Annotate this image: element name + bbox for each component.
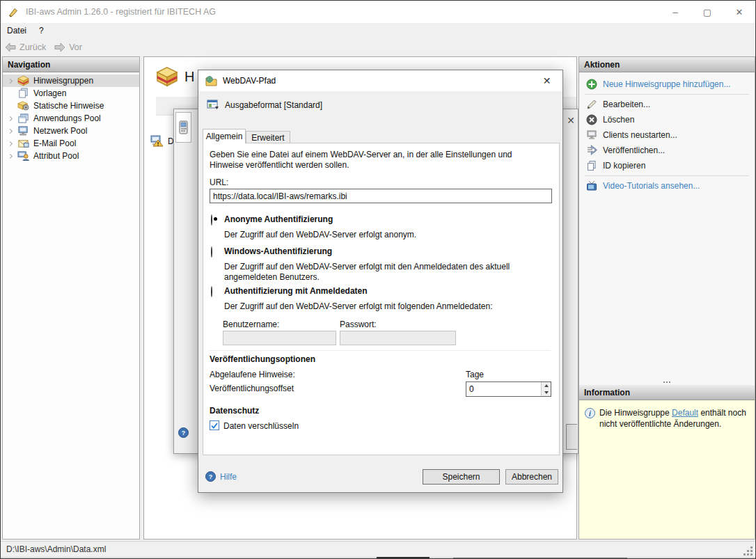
publish-offset-spinner[interactable] (466, 381, 551, 397)
nav-item-anwendungs-pool[interactable]: Anwendungs Pool (3, 112, 139, 125)
attribute-pool-icon (17, 150, 29, 162)
background-dialog-close-icon[interactable]: ✕ (567, 115, 575, 126)
encrypt-checkbox[interactable] (210, 420, 219, 430)
back-button[interactable]: Zurück (1, 41, 50, 54)
action-restart-clients[interactable]: Clients neustarten... (579, 127, 755, 143)
taskbar-edge (1, 557, 755, 558)
app-icon (8, 6, 19, 18)
divider (585, 175, 749, 176)
section-divider (210, 350, 551, 351)
dialog-title: WebDAV-Pfad (223, 76, 276, 86)
navigation-panel: Navigation Hinweisgruppen Vorlagen (2, 56, 140, 540)
dialog-subtitle: Ausgabeformat [Standard] (225, 100, 322, 110)
publish-offset-input[interactable] (466, 382, 551, 396)
minimize-button[interactable]: – (659, 1, 691, 23)
static-notes-icon (17, 100, 29, 111)
menu-help[interactable]: ? (33, 24, 50, 38)
password-input[interactable] (340, 331, 456, 345)
chevron-right-icon[interactable] (8, 141, 13, 145)
menu-bar: Datei ? (1, 23, 755, 38)
radio-windows-auth-label[interactable]: Windows-Authentifizierung (224, 246, 332, 256)
expired-notes-label: Abgelaufene Hinweise: (210, 370, 295, 379)
nav-item-vorlagen[interactable]: Vorlagen (3, 87, 139, 100)
webdav-pfad-dialog: WebDAV-Pfad ✕ Ausgabeformat [Standard] A… (198, 70, 563, 493)
help-icon: ? (205, 471, 216, 482)
chevron-right-icon[interactable] (8, 78, 13, 83)
chevron-right-icon[interactable] (8, 116, 13, 120)
output-format-icon (207, 100, 219, 110)
tv-icon (586, 180, 597, 191)
package-icon (17, 75, 29, 86)
info-icon: i (585, 408, 595, 418)
spinner-up-icon[interactable] (542, 382, 551, 389)
dialog-close-button[interactable]: ✕ (531, 70, 562, 91)
app-window: IBI-aws Admin 1.26.0 - registriert für I… (0, 0, 756, 559)
radio-credentials-auth[interactable] (211, 286, 212, 297)
chevron-right-icon[interactable] (8, 153, 13, 158)
add-icon (586, 79, 597, 90)
client-warning-icon (148, 135, 164, 147)
close-button[interactable]: ✕ (723, 1, 755, 23)
forward-button[interactable]: Vor (50, 41, 86, 54)
save-button[interactable]: Speichern (423, 469, 500, 485)
menu-datei[interactable]: Datei (1, 24, 33, 38)
username-input[interactable] (223, 331, 336, 345)
radio-windows-auth[interactable] (211, 246, 212, 258)
tab-allgemein[interactable]: Allgemein (203, 129, 246, 143)
nav-toolbar: Zurück Vor (1, 38, 755, 56)
resize-grip[interactable] (743, 546, 753, 556)
nav-item-statische-hinweise[interactable]: Statische Hinweise (3, 100, 139, 112)
group-row-default[interactable]: D (148, 135, 174, 147)
cancel-button[interactable]: Abbrechen (505, 469, 558, 485)
action-copy-id[interactable]: ID kopieren (579, 158, 755, 173)
pencil-icon (586, 99, 597, 110)
nav-item-hinweisgruppen[interactable]: Hinweisgruppen (3, 74, 139, 87)
app-pool-icon (17, 113, 29, 124)
back-arrow-icon (5, 42, 16, 52)
privacy-heading: Datenschutz (210, 406, 259, 416)
chevron-right-icon[interactable] (8, 128, 13, 133)
background-dialog-button-edge (566, 424, 577, 450)
spinner-down-icon[interactable] (542, 389, 551, 396)
nav-item-netzwerk-pool[interactable]: Netzwerk Pool (3, 125, 139, 137)
action-edit[interactable]: Bearbeiten... (579, 97, 755, 112)
action-delete[interactable]: Löschen (579, 112, 755, 127)
delete-icon (586, 114, 597, 125)
help-link[interactable]: ? Hilfe (205, 471, 237, 482)
credentials-auth-desc: Der Zugriff auf den WebDAV-Server erfolg… (224, 301, 537, 311)
maximize-button[interactable]: ▢ (691, 1, 723, 23)
status-file-path: D:\IBI-aws\Admin\Data.xml (6, 544, 106, 554)
panel-splitter[interactable] (579, 379, 755, 385)
radio-credentials-auth-label[interactable]: Authentifizierung mit Anmeldedaten (224, 286, 368, 296)
radio-anonymous-auth-label[interactable]: Anonyme Authentifizierung (224, 214, 333, 224)
templates-icon (17, 88, 29, 99)
url-input[interactable] (210, 189, 552, 203)
tab-erweitert[interactable]: Erweitert (246, 131, 290, 143)
page-title-partial: H (184, 69, 194, 85)
email-pool-icon (17, 138, 29, 149)
radio-anonymous-auth[interactable] (211, 214, 212, 226)
action-video-tutorials[interactable]: Video-Tutorials ansehen... (579, 178, 755, 194)
svg-text:?: ? (182, 430, 186, 436)
nav-item-email-pool[interactable]: E-Mail Pool (3, 137, 139, 150)
windows-auth-desc: Der Zugriff auf den WebDAV-Server erfolg… (224, 262, 523, 283)
encrypt-checkbox-label[interactable]: Daten verschlüsseln (223, 421, 299, 431)
anonymous-auth-desc: Der Zugriff auf den WebDAV-Server erfolg… (224, 230, 537, 239)
check-icon (211, 423, 218, 429)
days-column-label: Tage (466, 370, 484, 379)
actions-header: Aktionen (579, 57, 755, 72)
actions-panel: Aktionen Neue Hinweisgruppe hinzufügen..… (578, 56, 755, 540)
help-icon[interactable]: ? (178, 427, 189, 438)
default-group-link[interactable]: Default (672, 408, 698, 418)
action-publish[interactable]: Veröffentlichen... (579, 143, 755, 158)
dialog-intro-text: Geben Sie eine Datei auf einem WebDAV-Se… (210, 150, 548, 171)
navigation-header: Navigation (3, 57, 139, 72)
action-add-group[interactable]: Neue Hinweisgruppe hinzufügen... (579, 77, 755, 92)
copy-icon (586, 160, 597, 171)
nav-item-attribut-pool[interactable]: Attribut Pool (3, 150, 139, 162)
background-dialog-tab[interactable] (175, 112, 191, 143)
status-bar: D:\IBI-aws\Admin\Data.xml (1, 541, 755, 557)
divider (585, 94, 749, 95)
network-pool-icon (17, 125, 29, 136)
information-header: Information (579, 385, 755, 400)
